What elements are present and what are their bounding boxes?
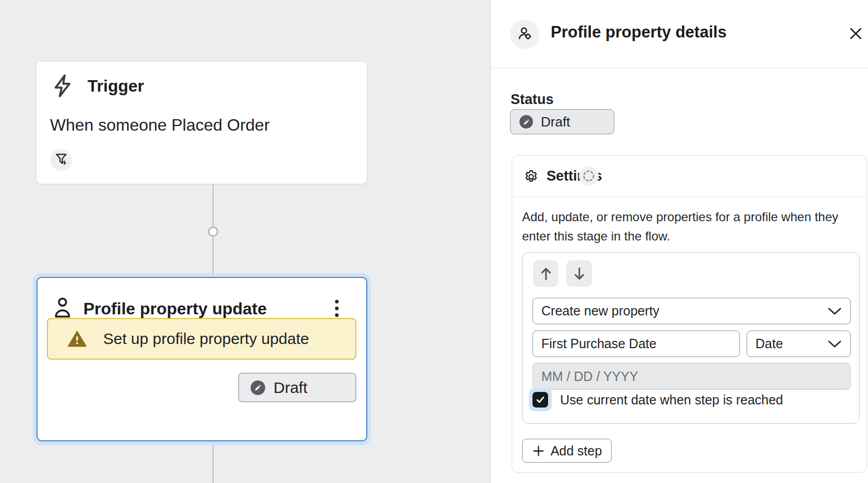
loading-spinner-icon xyxy=(579,166,599,186)
profile-property-update-card[interactable]: Profile property update Set up profile p… xyxy=(36,277,367,441)
property-type-select[interactable]: Date xyxy=(747,331,851,357)
lightning-bolt-icon xyxy=(52,73,73,101)
setup-warning-banner[interactable]: Set up profile property update xyxy=(47,318,356,360)
panel-title: Profile property details xyxy=(551,23,727,42)
card-draft-status-badge[interactable]: Draft xyxy=(238,373,356,402)
header-divider xyxy=(491,68,868,68)
property-name-value: First Purchase Date xyxy=(541,336,656,351)
date-value-input-disabled: MM / DD / YYYY xyxy=(532,363,851,390)
close-icon[interactable] xyxy=(845,23,866,44)
trigger-filter-badge[interactable] xyxy=(50,149,72,171)
card-menu-kebab-icon[interactable] xyxy=(332,297,342,320)
action-card-title: Profile property update xyxy=(83,299,267,319)
move-up-button[interactable] xyxy=(533,260,559,287)
gear-icon xyxy=(524,169,539,186)
move-down-button[interactable] xyxy=(566,260,592,287)
status-draft-label: Draft xyxy=(541,114,570,130)
flow-editor: Trigger When someone Placed Order Prof xyxy=(0,0,868,483)
connector-node[interactable] xyxy=(208,226,218,237)
status-label: Status xyxy=(511,92,554,108)
property-step-box: Create new property First Purchase Date … xyxy=(522,252,860,424)
chevron-down-icon xyxy=(827,336,842,351)
profile-property-details-panel: Profile property details Status Draft xyxy=(490,0,868,483)
date-placeholder: MM / DD / YYYY xyxy=(541,369,638,384)
draft-pencil-icon xyxy=(519,115,533,129)
flow-canvas[interactable]: Trigger When someone Placed Order Prof xyxy=(0,0,490,483)
warning-triangle-icon xyxy=(68,331,86,347)
warning-text: Set up profile property update xyxy=(103,330,309,348)
person-badge-icon xyxy=(516,25,533,44)
card-draft-label: Draft xyxy=(274,379,307,397)
trigger-card[interactable]: Trigger When someone Placed Order xyxy=(36,61,367,184)
filter-lightning-icon xyxy=(54,152,68,168)
property-action-select[interactable]: Create new property xyxy=(532,298,851,324)
status-draft-badge[interactable]: Draft xyxy=(510,109,614,134)
use-current-date-row: Use current date when step is reached xyxy=(529,388,783,411)
panel-avatar-circle xyxy=(510,20,539,49)
settings-card: Settings Add, update, or remove properti… xyxy=(512,155,867,473)
settings-divider xyxy=(512,197,866,197)
add-step-label: Add step xyxy=(551,443,602,459)
plus-icon xyxy=(532,444,545,457)
trigger-card-title: Trigger xyxy=(88,77,144,96)
connector-line-bottom xyxy=(213,441,214,483)
checkbox-checked-icon xyxy=(532,392,548,408)
use-current-date-checkbox[interactable] xyxy=(529,388,552,411)
settings-description: Add, update, or remove properties for a … xyxy=(522,207,838,246)
property-type-value: Date xyxy=(755,336,783,351)
property-action-value: Create new property xyxy=(541,303,660,319)
draft-pencil-icon xyxy=(251,380,265,395)
chevron-down-icon xyxy=(827,303,842,319)
use-current-date-label: Use current date when step is reached xyxy=(560,392,783,408)
trigger-card-description: When someone Placed Order xyxy=(50,116,270,135)
property-name-input[interactable]: First Purchase Date xyxy=(532,331,740,357)
settings-card-header: Settings xyxy=(512,156,866,197)
add-step-button[interactable]: Add step xyxy=(522,439,612,463)
